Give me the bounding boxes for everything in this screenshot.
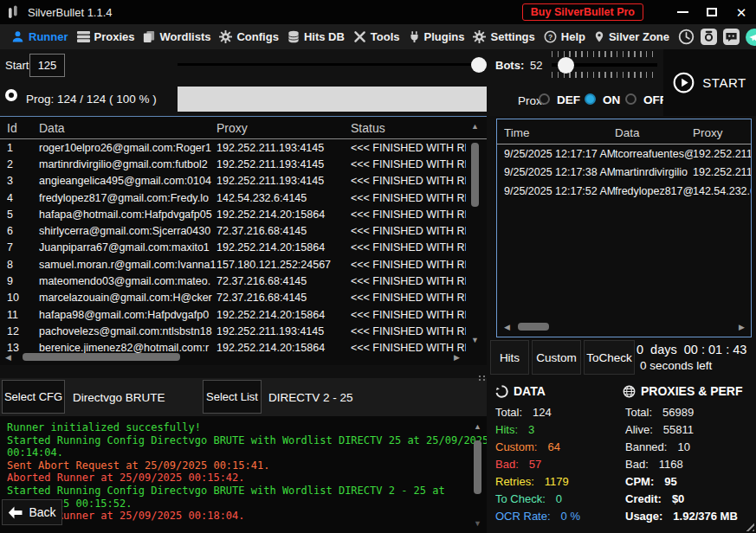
log-vertical-scrollbar[interactable]: ▲ ▼ [471, 420, 484, 530]
bots-slider-thumb[interactable] [558, 57, 574, 74]
telegram-icon[interactable] [746, 29, 756, 46]
menu-item-proxies[interactable]: Proxies [77, 30, 135, 43]
back-button[interactable]: Back [2, 499, 62, 525]
camera-icon[interactable] [701, 29, 717, 45]
log-line: 25/09/2025 00:15:52. [7, 498, 469, 511]
proxies-panel-stats: Total: 56989 Alive: 55811 Banned: 10 Bad… [625, 403, 738, 524]
results-table-row[interactable]: 6 shirlycerra@gmail.com:Sjcerra0430 72.3… [0, 222, 466, 239]
discord-icon[interactable] [723, 29, 740, 45]
select-cfg-button[interactable]: Select CFG [2, 380, 65, 414]
results-table-row[interactable]: 12 pachovelezs@gmail.com:ntlsbstn18 192.… [0, 323, 466, 339]
log-vscroll-thumb[interactable] [474, 440, 481, 494]
hits-table-row[interactable]: 9/25/2025 12:17:38 AM martinrdivirgilio … [497, 164, 751, 183]
results-table-row[interactable]: 8 samuel.moran.r@gmail.com:Ivanna1 157.1… [0, 256, 466, 273]
column-header-hit-proxy: Proxy [693, 126, 751, 139]
history-icon[interactable] [678, 29, 695, 45]
start-slider-thumb[interactable] [471, 57, 487, 73]
prox-radio-def[interactable] [539, 93, 550, 105]
log-line: Aborted Runner at 25/09/2025 00:18:04. [7, 510, 469, 523]
splitter-grip[interactable] [478, 375, 487, 382]
scroll-up-icon[interactable]: ▲ [471, 420, 484, 433]
minimize-button[interactable] [668, 1, 697, 23]
data-panel-stats: Total: 124 Hits: 3 Custom: 64 Bad: 57 Re… [495, 403, 580, 524]
start-button[interactable]: START [663, 49, 756, 116]
configs-gear-icon [219, 30, 232, 43]
results-table-row[interactable]: 11 hafapa98@gmail.com:Hafpdvgafp0 192.25… [0, 306, 466, 323]
results-table-row[interactable]: 5 hafapa@hotmail.com:Hafpdvgafp05 192.25… [0, 206, 466, 222]
close-icon: ✕ [736, 6, 747, 19]
scroll-up-icon[interactable]: ▲ [468, 119, 481, 132]
results-vscroll-thumb[interactable] [471, 143, 479, 207]
maximize-button[interactable] [697, 1, 727, 23]
proxies-panel-header: PROXIES & PERF [623, 384, 742, 398]
hits-table-row[interactable]: 9/25/2025 12:17:17 AM tcorreafuentes@ 19… [497, 144, 751, 164]
results-table-row[interactable]: 4 fredylopez817@gmail.com:Fredy.lo 142.5… [0, 189, 466, 206]
scroll-right-icon[interactable]: ▶ [450, 350, 463, 363]
log-line: Started Running Config Directvgo BRUTE w… [7, 434, 469, 447]
results-table-row[interactable]: 2 martinrdivirgilio@gmail.com:futbol2 19… [0, 156, 466, 172]
hits-table: Time Data Proxy 9/25/2025 12:17:17 AM tc… [496, 119, 752, 337]
results-horizontal-scrollbar[interactable]: ◀ ▶ [2, 350, 463, 363]
menu-item-tools[interactable]: Tools [353, 30, 400, 43]
bots-slider[interactable] [552, 51, 657, 79]
window-resize-grip[interactable] [743, 520, 754, 531]
help-icon: ? [544, 30, 557, 43]
menu-item-plugins[interactable]: Plugins [409, 30, 465, 43]
prox-radio-off[interactable] [625, 93, 636, 105]
menu-item-configs[interactable]: Configs [219, 30, 278, 43]
column-header-time: Time [504, 126, 615, 139]
hits-table-row[interactable]: 9/25/2025 12:17:52 AM fredylopez817@ 142… [497, 182, 751, 201]
select-list-button[interactable]: Select List [203, 380, 262, 414]
start-input[interactable] [29, 54, 65, 77]
stat-row: Retries: 1179 [495, 472, 580, 490]
tab-hits[interactable]: Hits [490, 340, 529, 375]
menu-item-hitsdb[interactable]: Hits DB [288, 30, 345, 43]
scroll-down-icon[interactable]: ▼ [471, 517, 484, 530]
results-table-row[interactable]: 10 marcelazouain@gmail.com:H@cker 72.37.… [0, 290, 466, 306]
close-button[interactable]: ✕ [727, 1, 756, 23]
scroll-down-icon[interactable]: ▼ [468, 333, 481, 346]
hits-rows: 9/25/2025 12:17:17 AM tcorreafuentes@ 19… [497, 144, 751, 201]
progress-fill [178, 87, 487, 112]
column-header-data: Data [39, 121, 216, 135]
column-header-id: Id [7, 121, 39, 135]
stat-row: OCR Rate: 0 % [495, 507, 580, 524]
results-hscroll-thumb[interactable] [23, 353, 180, 361]
data-panel-title: DATA [514, 384, 546, 398]
svg-text:?: ? [548, 33, 552, 42]
menu-item-runner[interactable]: Runner [11, 30, 68, 43]
back-arrow-icon [8, 506, 23, 519]
results-table-row[interactable]: 3 angieangelica495@gmail.com:0104 192.25… [0, 173, 466, 189]
stat-row: Hits: 3 [495, 421, 580, 438]
scroll-left-icon[interactable]: ◀ [2, 350, 15, 363]
menu-bar: Runner Proxies Wordlists Configs Hits DB… [0, 24, 756, 50]
results-table-row[interactable]: 9 mateomendo03@gmail.com:mateo. 72.37.21… [0, 273, 466, 289]
results-vertical-scrollbar[interactable]: ▲ ▼ [468, 119, 481, 346]
progress-label: Prog: 124 / 124 ( 100 % ) [26, 93, 157, 106]
menu-item-silver-zone[interactable]: Silver Zone [594, 30, 669, 43]
data-panel-header: DATA [495, 384, 546, 398]
log-lines: Runner initialized succesfully! Started … [7, 421, 469, 523]
tab-tocheck[interactable]: ToCheck [584, 340, 635, 375]
results-table-row[interactable]: 7 Juanpiparra67@gmail.com:maxito1 192.25… [0, 240, 466, 256]
results-table-row[interactable]: 1 roger10elpro26@gmail.com:Roger1 192.25… [0, 139, 466, 156]
database-icon [288, 30, 300, 43]
start-slider-track[interactable] [178, 63, 486, 66]
menu-item-wordlists[interactable]: Wordlists [143, 30, 210, 43]
menu-item-settings[interactable]: Settings [473, 30, 534, 43]
menu-item-help[interactable]: ? Help [544, 30, 585, 43]
selected-wordlist-value: DIRECTV 2 - 25 [268, 378, 353, 416]
start-label: Start: [5, 59, 32, 72]
stat-row: Usage: 1.92/376 MB [625, 507, 738, 524]
buy-pro-button[interactable]: Buy SilverBullet Pro [522, 3, 643, 21]
scroll-left-icon[interactable]: ◀ [501, 320, 514, 333]
scroll-right-icon[interactable]: ▶ [735, 320, 748, 333]
start-button-label: START [702, 75, 746, 90]
silverbullet-window: SilverBullet 1.1.4 Buy SilverBullet Pro … [0, 0, 756, 533]
hits-hscroll-thumb[interactable] [518, 323, 549, 331]
prox-radio-on[interactable] [585, 93, 596, 105]
progress-radio[interactable] [5, 89, 17, 101]
tab-custom[interactable]: Custom [532, 340, 581, 375]
bots-value: 52 [530, 59, 542, 72]
hits-horizontal-scrollbar[interactable]: ◀ ▶ [501, 320, 748, 333]
